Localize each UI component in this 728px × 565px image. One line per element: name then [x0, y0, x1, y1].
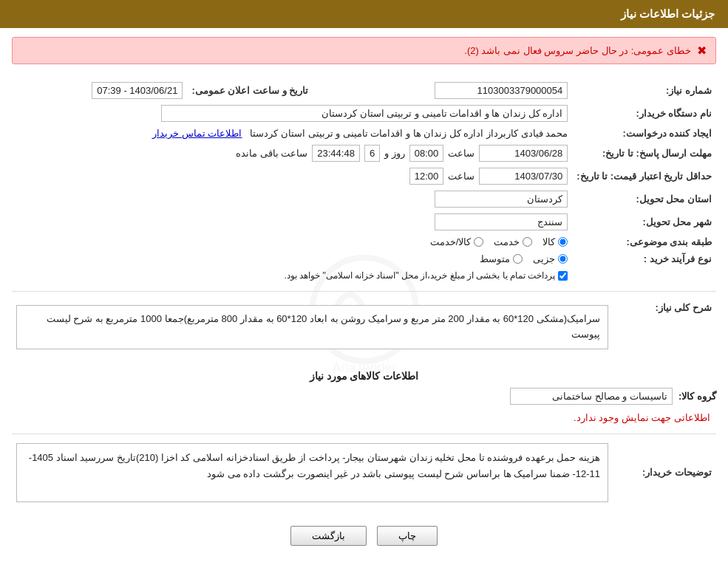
no-info-text: اطلاعاتی جهت نمایش وجود ندارد. — [12, 408, 716, 428]
reply-remaining-box: 23:44:48 — [312, 145, 360, 162]
need-description-label: شرح کلی نیاز: — [613, 298, 716, 357]
creator-link[interactable]: اطلاعات تماس خریدار — [152, 128, 242, 139]
category-kala-khedmat[interactable]: کالا/خدمت — [430, 236, 484, 247]
page-header: جزئیات اطلاعات نیاز — [0, 0, 728, 28]
buy-process-jozyi[interactable]: جزیی — [533, 253, 568, 264]
error-icon: ✖ — [697, 44, 707, 58]
price-validity-date-box: 1403/07/30 — [479, 168, 568, 185]
print-button[interactable]: چاپ — [377, 526, 438, 546]
goods-group-row: گروه کالا: تاسیسات و مصالح ساختمانی — [12, 388, 716, 405]
need-number-value: 1103003379000054 — [323, 79, 572, 102]
announce-date-value: 1403/06/21 - 07:39 — [12, 79, 187, 102]
city-value: سنندج — [12, 210, 572, 233]
announce-date-label: تاریخ و ساعت اعلان عمومی: — [187, 79, 323, 102]
reply-remaining-label: ساعت باقی مانده — [236, 148, 307, 159]
buyer-notes-label: توضیحات خریدار: — [613, 440, 716, 505]
price-validity-time-label: ساعت — [448, 171, 474, 182]
error-banner: ✖ خطای عمومی: در حال حاضر سروس فعال نمی … — [12, 37, 716, 64]
buyer-notes-box: هزینه حمل برعهده فروشنده تا محل تخلیه زن… — [16, 443, 608, 502]
error-text: خطای عمومی: در حال حاضر سروس فعال نمی با… — [464, 45, 691, 56]
buy-process-motavasset[interactable]: متوسط — [480, 253, 523, 264]
goods-group-label: گروه کالا: — [678, 391, 716, 402]
info-table: شماره نیاز: 1103003379000054 تاریخ و ساع… — [12, 79, 716, 284]
province-box: کردستان — [435, 191, 568, 208]
need-number-label: شماره نیاز: — [572, 79, 716, 102]
goods-group-box: تاسیسات و مصالح ساختمانی — [510, 388, 673, 405]
buy-process-row: جزیی متوسط — [12, 250, 572, 267]
checkbox-text: پرداخت تمام یا بخشی از مبلغ خرید،از محل … — [284, 270, 555, 281]
buyer-org-box: اداره کل زندان ها و اقدامات تامینی و ترب… — [161, 105, 568, 122]
treasury-checkbox-label[interactable]: پرداخت تمام یا بخشی از مبلغ خرید،از محل … — [16, 270, 568, 281]
category-label: طبقه بندی موضوعی: — [572, 233, 716, 250]
creator-value: محمد فیادی کاربرداز اداره کل زندان ها و … — [12, 125, 572, 142]
reply-deadline-row: 1403/06/28 ساعت 08:00 روز و 6 23:44:48 س… — [12, 142, 572, 165]
need-number-box: 1103003379000054 — [435, 82, 568, 99]
category-khedmat[interactable]: خدمت — [494, 236, 532, 247]
creator-text: محمد فیادی کاربرداز اداره کل زندان ها و … — [250, 128, 568, 139]
need-description-box: سرامیک(مشکی 120*60 به مقدار 200 متر مربع… — [16, 305, 608, 349]
city-label: شهر محل تحویل: — [572, 210, 716, 233]
goods-info-title: اطلاعات کالاهای مورد نیاز — [12, 364, 716, 385]
category-row: کالا خدمت کالا/خدمت — [12, 233, 572, 250]
reply-time-box: 08:00 — [409, 145, 444, 162]
no-info-label: اطلاعاتی جهت نمایش وجود ندارد. — [574, 412, 710, 423]
reply-time-label: ساعت — [448, 148, 474, 159]
reply-deadline-label: مهلت ارسال پاسخ: تا تاریخ: — [572, 142, 716, 165]
price-validity-time-box: 12:00 — [409, 168, 444, 185]
price-validity-label: حداقل تاریخ اعتبار قیمت: تا تاریخ: — [572, 165, 716, 188]
buyer-org-label: نام دستگاه خریدار: — [572, 102, 716, 125]
creator-label: ایجاد کننده درخواست: — [572, 125, 716, 142]
province-value: کردستان — [12, 188, 572, 210]
checkbox-row: پرداخت تمام یا بخشی از مبلغ خرید،از محل … — [12, 267, 572, 284]
main-content: AriaTender شماره نیاز: 1103003379000054 … — [0, 73, 728, 561]
need-description-section: شرح کلی نیاز: سرامیک(مشکی 120*60 به مقدا… — [12, 298, 716, 357]
category-kala[interactable]: کالا — [542, 236, 568, 247]
reply-days-box: 6 — [364, 145, 380, 162]
reply-days-label: روز و — [384, 148, 405, 159]
reply-date-box: 1403/06/28 — [479, 145, 568, 162]
treasury-checkbox[interactable] — [558, 271, 568, 281]
price-validity-row: 1403/07/30 ساعت 12:00 — [12, 165, 572, 188]
button-row: چاپ بازگشت — [12, 513, 716, 555]
back-button[interactable]: بازگشت — [290, 526, 367, 546]
announce-date-box: 1403/06/21 - 07:39 — [92, 82, 183, 99]
buy-process-label: نوع فرآیند خرید : — [572, 250, 716, 267]
page-title: جزئیات اطلاعات نیاز — [621, 7, 715, 20]
province-label: استان محل تحویل: — [572, 188, 716, 210]
city-box: سنندج — [435, 213, 568, 230]
buyer-org-value: اداره کل زندان ها و اقدامات تامینی و ترب… — [12, 102, 572, 125]
